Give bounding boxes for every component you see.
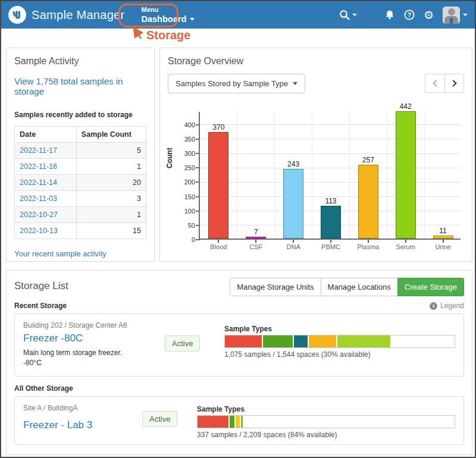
recently-added-subtitle: Samples recently added to storage	[14, 111, 146, 119]
user-menu[interactable]	[443, 7, 468, 24]
y-gridline	[200, 139, 461, 139]
legend-toggle[interactable]: i Legend	[430, 302, 464, 310]
recent-activity-link[interactable]: Your recent sample activity	[14, 249, 146, 258]
sample-count-cell: 15	[76, 223, 146, 239]
sample-activity-panel: Sample Activity View 1,758 total samples…	[6, 48, 155, 262]
storage-actions: Manage Storage Units Manage Locations Cr…	[230, 278, 464, 296]
sample-type-segment	[198, 416, 228, 428]
sample-type-segment	[230, 416, 234, 428]
date-link[interactable]: 2022-11-14	[20, 178, 57, 187]
storage-card-freezer-80c: Building 202 / Storage Center A6 Freezer…	[14, 313, 464, 377]
storage-list-title: Storage List	[14, 280, 68, 292]
date-link[interactable]: 2022-11-17	[20, 146, 57, 155]
chevron-right-icon	[450, 80, 456, 86]
y-tick-label: 400	[175, 121, 195, 128]
date-link[interactable]: 2022-10-27	[20, 211, 58, 219]
storage-annotation: Storage	[131, 26, 190, 42]
previous-chart-button[interactable]	[425, 74, 444, 93]
sample-type-segment	[294, 335, 308, 347]
status-badge: Active	[165, 335, 200, 352]
breadcrumb[interactable]: Building 202 / Storage Center A6	[23, 321, 165, 330]
y-gridline	[200, 124, 461, 125]
bar-value-label: 370	[200, 123, 237, 131]
total-samples-link[interactable]: View 1,758 total samples in storage	[14, 76, 146, 96]
storage-unit-link[interactable]: Freezer - Lab 3	[23, 419, 92, 431]
date-link[interactable]: 2022-11-16	[20, 162, 57, 171]
y-tick-mark	[196, 139, 200, 140]
x-gridline	[424, 112, 425, 239]
sample-count-cell: 5	[76, 143, 146, 159]
sample-type-segment	[337, 335, 390, 347]
legend-label: Legend	[440, 302, 464, 310]
chart-plot-area: 050100150200250300350400370Blood7CSF243D…	[199, 112, 461, 240]
sample-type-segment	[236, 416, 240, 428]
table-row: 2022-11-161	[15, 159, 146, 175]
app-logo-icon[interactable]	[8, 6, 26, 24]
table-row: 2022-10-1315	[15, 223, 146, 239]
next-chart-button[interactable]	[444, 74, 464, 93]
sample-count-cell: 1	[76, 207, 146, 223]
chart-bar[interactable]	[283, 169, 303, 239]
create-storage-button[interactable]: Create Storage	[397, 278, 464, 296]
chart-bar[interactable]	[358, 165, 378, 239]
sample-types-bar[interactable]	[197, 415, 455, 428]
date-link[interactable]: 2022-11-03	[20, 195, 57, 203]
date-column-header[interactable]: Date	[15, 127, 77, 143]
menu-dropdown[interactable]: Menu Dashboard	[142, 7, 195, 24]
y-tick-label: 100	[175, 208, 195, 215]
sample-count-column-header[interactable]: Sample Count	[76, 127, 146, 143]
storage-card-freezer-lab3: Site A / BuildingA Freezer - Lab 3 Activ…	[14, 396, 464, 445]
x-tick-mark	[255, 240, 256, 243]
help-icon[interactable]: ?	[404, 10, 415, 20]
chart-bar[interactable]	[208, 132, 228, 239]
user-avatar	[443, 7, 460, 24]
chart-type-dropdown[interactable]: Samples Stored by Sample Type	[168, 74, 305, 93]
chart-type-dropdown-label: Samples Stored by Sample Type	[176, 79, 288, 88]
manage-locations-button[interactable]: Manage Locations	[321, 278, 398, 296]
table-row: 2022-11-1420	[15, 175, 146, 191]
annotation-label: Storage	[146, 29, 190, 42]
chart-bar[interactable]	[246, 237, 266, 239]
storage-unit-link[interactable]: Freezer -80C	[23, 332, 83, 344]
y-tick-label: 50	[175, 222, 195, 229]
chart-bar[interactable]	[396, 111, 416, 239]
manage-storage-units-button[interactable]: Manage Storage Units	[230, 278, 321, 296]
bar-value-label: 7	[237, 228, 275, 236]
sample-count-cell: 20	[76, 175, 146, 191]
breadcrumb[interactable]: Site A / BuildingA	[23, 404, 142, 412]
chart-bar[interactable]	[321, 206, 341, 239]
table-row: 2022-10-271	[15, 207, 146, 223]
activity-table-body: 2022-11-1752022-11-1612022-11-14202022-1…	[15, 143, 146, 239]
chart-bar[interactable]	[433, 236, 453, 239]
sample-type-segment	[263, 335, 293, 347]
table-row: 2022-11-175	[15, 143, 146, 159]
x-gridline	[312, 112, 312, 239]
sample-type-segment	[241, 416, 243, 428]
y-gridline	[200, 153, 461, 154]
sample-types-label: Sample Types	[224, 325, 455, 333]
apps-grid-icon[interactable]	[366, 10, 375, 20]
y-tick-label: 200	[175, 178, 195, 186]
storage-overview-panel: Storage Overview Samples Stored by Sampl…	[159, 48, 472, 262]
y-tick-label: 150	[175, 193, 195, 200]
x-gridline	[387, 112, 387, 239]
date-link[interactable]: 2022-10-13	[20, 227, 58, 235]
bar-chart: Count 050100150200250300350400370Blood7C…	[168, 106, 464, 263]
x-category-label: CSF	[237, 243, 275, 250]
notifications-bell-icon[interactable]	[384, 10, 395, 20]
all-other-storage-label: All Other Storage	[14, 384, 73, 393]
y-tick-mark	[196, 211, 200, 212]
x-tick-mark	[368, 240, 369, 243]
x-gridline	[349, 112, 350, 239]
chevron-down-icon	[190, 18, 195, 21]
sample-types-label: Sample Types	[197, 405, 455, 413]
y-tick-label: 300	[175, 150, 195, 157]
sample-types-bar[interactable]	[224, 335, 455, 348]
search-button[interactable]	[339, 10, 357, 21]
y-tick-label: 250	[175, 164, 195, 171]
search-icon	[339, 10, 350, 21]
settings-gear-icon[interactable]: ⚙	[424, 10, 434, 21]
y-tick-mark	[196, 124, 200, 126]
menu-label: Menu	[142, 7, 195, 13]
chevron-left-icon	[433, 80, 439, 86]
